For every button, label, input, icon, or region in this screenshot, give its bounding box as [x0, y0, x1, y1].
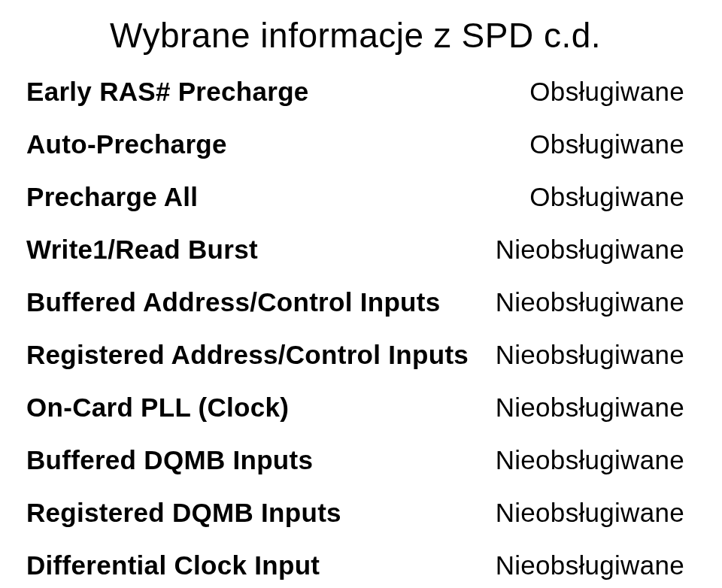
row-value: Nieobsługiwane: [496, 340, 684, 370]
info-table: Early RAS# Precharge Obsługiwane Auto-Pr…: [26, 77, 684, 588]
row-value: Nieobsługiwane: [496, 235, 684, 265]
row-value: Nieobsługiwane: [496, 550, 684, 580]
table-row: Registered DQMB Inputs Nieobsługiwane: [26, 498, 684, 528]
row-value: Obsługiwane: [529, 129, 684, 159]
row-label: On-Card PLL (Clock): [26, 393, 289, 423]
row-value: Nieobsługiwane: [496, 445, 684, 475]
row-label: Precharge All: [26, 182, 198, 212]
table-row: Write1/Read Burst Nieobsługiwane: [26, 235, 684, 265]
row-label: Registered Address/Control Inputs: [26, 340, 469, 370]
table-row: On-Card PLL (Clock) Nieobsługiwane: [26, 393, 684, 423]
row-label: Auto-Precharge: [26, 129, 227, 159]
row-label: Write1/Read Burst: [26, 235, 258, 265]
table-row: Buffered DQMB Inputs Nieobsługiwane: [26, 445, 684, 475]
row-label: Registered DQMB Inputs: [26, 498, 341, 528]
row-value: Obsługiwane: [529, 77, 684, 107]
table-row: Early RAS# Precharge Obsługiwane: [26, 77, 684, 107]
row-label: Early RAS# Precharge: [26, 77, 309, 107]
table-row: Buffered Address/Control Inputs Nieobsłu…: [26, 287, 684, 317]
row-value: Nieobsługiwane: [496, 498, 684, 528]
row-label: Buffered Address/Control Inputs: [26, 287, 441, 317]
row-label: Differential Clock Input: [26, 550, 320, 580]
row-label: Buffered DQMB Inputs: [26, 445, 313, 475]
row-value: Nieobsługiwane: [496, 393, 684, 423]
table-row: Precharge All Obsługiwane: [26, 182, 684, 212]
table-row: Registered Address/Control Inputs Nieobs…: [26, 340, 684, 370]
table-row: Auto-Precharge Obsługiwane: [26, 129, 684, 159]
page-title: Wybrane informacje z SPD c.d.: [26, 15, 684, 56]
row-value: Obsługiwane: [529, 182, 684, 212]
row-value: Nieobsługiwane: [496, 287, 684, 317]
table-row: Differential Clock Input Nieobsługiwane: [26, 550, 684, 580]
